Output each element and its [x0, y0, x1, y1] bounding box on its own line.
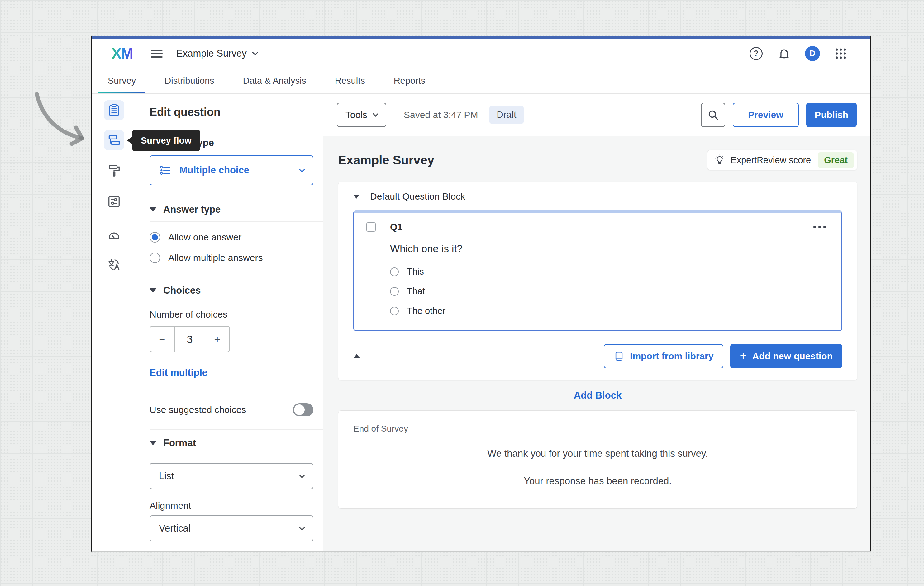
collapse-caret-icon: [150, 441, 157, 445]
tab-distributions[interactable]: Distributions: [155, 68, 224, 94]
question-block-card: Default Question Block Q1 Which one is i…: [338, 181, 857, 380]
canvas-survey-title: Example Survey: [338, 153, 434, 167]
import-from-library-label: Import from library: [630, 351, 713, 362]
tab-survey[interactable]: Survey: [99, 68, 145, 94]
chevron-down-icon: [373, 111, 378, 117]
question-mark-icon: ?: [749, 47, 762, 60]
block-title: Default Question Block: [370, 191, 465, 202]
expert-review-label: ExpertReview score: [731, 155, 811, 165]
add-new-question-label: Add new question: [752, 351, 833, 362]
block-header[interactable]: Default Question Block: [353, 191, 842, 202]
sidebar-item-survey-options[interactable]: [106, 194, 122, 209]
format-heading: Format: [163, 438, 196, 449]
use-suggested-choices-label: Use suggested choices: [150, 405, 246, 415]
option-label: The other: [407, 306, 446, 316]
radio-label: Allow one answer: [168, 232, 241, 242]
increment-button[interactable]: +: [205, 327, 229, 352]
sidebar-item-look-feel[interactable]: [106, 163, 122, 178]
radio-allow-multiple-answers[interactable]: Allow multiple answers: [150, 252, 314, 263]
divider: [150, 196, 323, 196]
survey-flow-icon: [107, 133, 121, 147]
app-window: XM Example Survey ? D: [91, 36, 871, 552]
plus-icon: +: [739, 350, 746, 362]
answer-type-section-header[interactable]: Answer type: [150, 204, 314, 215]
edit-multiple-link[interactable]: Edit multiple: [150, 367, 208, 378]
collapse-block-button[interactable]: [353, 354, 360, 358]
notifications-button[interactable]: [777, 46, 791, 61]
use-suggested-choices-toggle[interactable]: [293, 403, 314, 416]
chevron-down-icon: [299, 166, 305, 172]
sidebar-item-expert-review[interactable]: [106, 227, 122, 242]
answer-type-heading: Answer type: [163, 204, 221, 215]
expert-review-score-badge: Great: [818, 152, 854, 168]
survey-title-label: Example Survey: [177, 48, 247, 59]
sidebar-item-survey-flow[interactable]: [104, 130, 124, 150]
question-id: Q1: [390, 222, 403, 232]
draft-badge: Draft: [489, 106, 524, 123]
add-block-link[interactable]: Add Block: [574, 390, 622, 401]
end-of-survey-label: End of Survey: [353, 424, 842, 434]
radio-unselected-icon: [390, 307, 399, 315]
question-card-q1[interactable]: Q1 Which one is it? This: [353, 211, 842, 331]
grid-icon: [834, 47, 848, 61]
question-menu-button[interactable]: [810, 223, 829, 231]
question-option[interactable]: The other: [390, 306, 829, 316]
alignment-select[interactable]: Vertical: [150, 515, 314, 542]
collapse-caret-icon: [353, 194, 360, 199]
divider: [150, 221, 323, 222]
question-type-select[interactable]: Multiple choice: [150, 155, 314, 185]
hamburger-menu-icon[interactable]: [151, 47, 163, 60]
format-value: List: [159, 471, 174, 482]
sidebar-item-translations[interactable]: [106, 257, 122, 272]
radio-allow-one-answer[interactable]: Allow one answer: [150, 232, 314, 242]
search-icon: [707, 109, 719, 121]
question-option[interactable]: This: [390, 267, 829, 277]
tools-button[interactable]: Tools: [337, 103, 386, 127]
tab-data-analysis[interactable]: Data & Analysis: [234, 68, 315, 94]
radio-unselected-icon: [390, 267, 399, 276]
help-button[interactable]: ?: [749, 46, 763, 61]
search-button[interactable]: [701, 103, 725, 127]
chevron-down-icon: [299, 472, 305, 478]
decrement-button[interactable]: −: [150, 327, 174, 352]
radio-label: Allow multiple answers: [168, 252, 262, 263]
question-text[interactable]: Which one is it?: [390, 243, 829, 255]
bell-icon: [777, 47, 791, 61]
multiple-choice-list-icon: [159, 164, 172, 176]
hand-drawn-arrow: [29, 89, 91, 151]
radio-unselected-icon: [390, 287, 399, 296]
option-label: This: [407, 267, 424, 277]
choices-section-header[interactable]: Choices: [150, 285, 314, 296]
end-of-survey-card: End of Survey We thank you for your time…: [338, 410, 857, 509]
survey-title-menu[interactable]: Example Survey: [177, 48, 257, 59]
alignment-value: Vertical: [159, 523, 191, 534]
tab-reports[interactable]: Reports: [384, 68, 435, 94]
gauge-icon: [107, 227, 121, 242]
question-option[interactable]: That: [390, 286, 829, 296]
collapse-caret-icon: [150, 288, 157, 293]
format-section-header[interactable]: Format: [150, 438, 314, 449]
import-from-library-button[interactable]: Import from library: [604, 344, 723, 368]
format-select[interactable]: List: [150, 463, 314, 489]
choices-heading: Choices: [163, 285, 201, 296]
divider: [150, 430, 323, 430]
translate-icon: [107, 257, 121, 272]
collapse-caret-icon: [150, 207, 157, 212]
option-label: That: [407, 286, 425, 296]
preview-button[interactable]: Preview: [733, 103, 799, 127]
expert-review-card[interactable]: ExpertReview score Great: [707, 150, 857, 170]
end-of-survey-message-1: We thank you for your time spent taking …: [353, 448, 842, 459]
panel-title: Edit question: [150, 105, 314, 119]
left-icon-rail: [92, 94, 136, 551]
tab-results[interactable]: Results: [325, 68, 375, 94]
library-book-icon: [614, 351, 624, 362]
question-type-value: Multiple choice: [180, 165, 249, 176]
sidebar-item-builder[interactable]: [104, 100, 124, 120]
app-switcher-button[interactable]: [834, 46, 848, 61]
question-checkbox[interactable]: [366, 222, 376, 232]
edit-question-panel: Edit question Question type Multiple cho…: [136, 94, 323, 551]
user-avatar[interactable]: D: [805, 46, 820, 61]
add-new-question-button[interactable]: + Add new question: [730, 344, 842, 368]
publish-button[interactable]: Publish: [806, 103, 857, 127]
divider: [150, 277, 323, 277]
